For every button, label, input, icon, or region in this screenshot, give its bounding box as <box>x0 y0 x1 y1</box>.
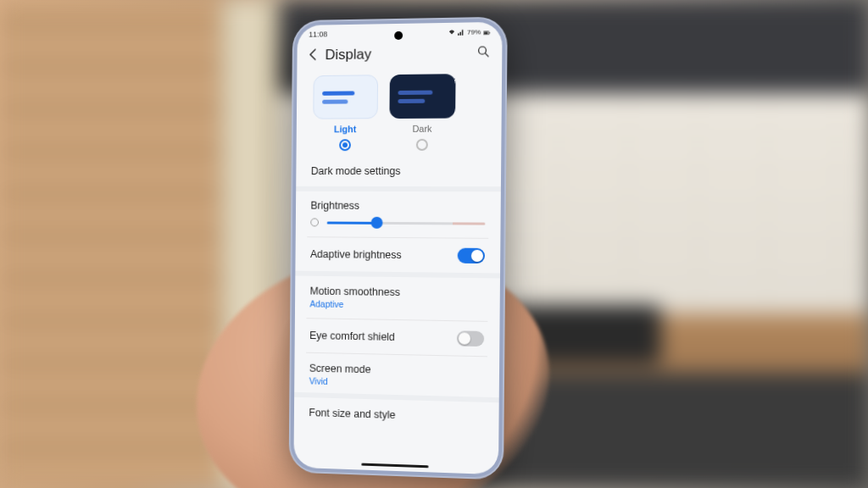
photo-background: 11:08 79% Displ <box>0 0 868 488</box>
motion-smoothness-label: Motion smoothness <box>310 286 400 298</box>
brightness-thumb[interactable] <box>371 217 383 229</box>
theme-dark-preview <box>389 74 455 119</box>
svg-rect-2 <box>484 31 488 34</box>
back-icon[interactable] <box>309 48 317 63</box>
theme-light-radio[interactable] <box>339 139 351 151</box>
row-screen-mode[interactable]: Screen mode Vivid <box>294 352 499 397</box>
screen-mode-label: Screen mode <box>309 363 371 376</box>
status-right-cluster: 79% <box>448 28 490 36</box>
page-title: Display <box>325 45 468 64</box>
adaptive-brightness-label: Adaptive brightness <box>310 248 402 261</box>
font-size-style-label: Font size and style <box>309 407 395 421</box>
row-font-size-style[interactable]: Font size and style <box>294 397 499 434</box>
row-motion-smoothness[interactable]: Motion smoothness Adaptive <box>295 276 500 322</box>
theme-dark-label: Dark <box>412 124 431 134</box>
home-indicator[interactable] <box>361 463 428 469</box>
brightness-low-icon <box>310 218 319 226</box>
signal-icon <box>458 29 465 36</box>
theme-light-preview <box>313 75 378 119</box>
motion-smoothness-value: Adaptive <box>309 298 399 310</box>
battery-icon <box>483 28 490 35</box>
status-time: 11:08 <box>309 30 327 38</box>
eye-comfort-label: Eye comfort shield <box>309 330 395 343</box>
theme-selector: Light Dark <box>297 74 503 157</box>
row-eye-comfort[interactable]: Eye comfort shield <box>295 319 500 357</box>
brightness-warm-zone <box>453 222 485 225</box>
theme-dark[interactable]: Dark <box>389 74 455 151</box>
svg-line-4 <box>486 53 489 57</box>
brightness-label: Brightness <box>310 200 485 213</box>
row-dark-mode-settings[interactable]: Dark mode settings <box>296 156 501 186</box>
search-icon[interactable] <box>477 45 490 60</box>
svg-rect-1 <box>489 32 490 33</box>
brightness-slider[interactable] <box>327 221 486 225</box>
row-adaptive-brightness[interactable]: Adaptive brightness <box>295 237 500 273</box>
battery-text: 79% <box>467 28 481 36</box>
adaptive-brightness-toggle[interactable] <box>458 248 485 263</box>
phone-frame: 11:08 79% Displ <box>289 17 508 480</box>
screen-mode-value: Vivid <box>309 376 371 388</box>
eye-comfort-toggle[interactable] <box>457 330 484 347</box>
phone-screen: 11:08 79% Displ <box>293 22 502 474</box>
theme-light-label: Light <box>334 124 356 134</box>
theme-dark-radio[interactable] <box>416 139 428 151</box>
row-brightness: Brightness <box>296 191 501 238</box>
dark-mode-settings-label: Dark mode settings <box>311 165 401 177</box>
wifi-icon <box>448 29 455 36</box>
theme-light[interactable]: Light <box>313 75 378 151</box>
settings-header: Display <box>297 37 502 75</box>
